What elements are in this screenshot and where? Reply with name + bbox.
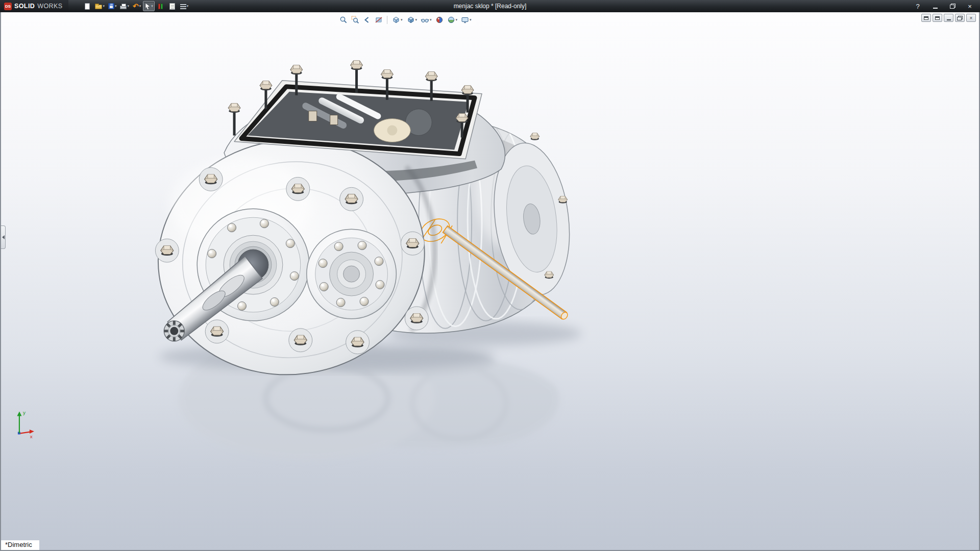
graphics-area[interactable]: ▾ ▾ ▾ ▾ ▾ × (0, 12, 980, 551)
rebuild-button[interactable] (155, 1, 166, 11)
save-icon (108, 3, 114, 9)
section-view-icon (375, 16, 383, 24)
print-icon (120, 6, 127, 9)
hide-show-items-icon (421, 16, 429, 24)
main-toolbar: ▾ ▾ ▾ ↶▾ ▾ ▾ (82, 1, 190, 11)
minimize-document-icon (947, 19, 951, 20)
display-style-dropdown[interactable]: ▾ (415, 18, 418, 22)
print-dropdown[interactable]: ▾ (127, 4, 129, 8)
output-flange[interactable] (307, 229, 397, 319)
view-settings-icon (461, 16, 469, 24)
open-document-button[interactable]: ▾ (93, 1, 106, 11)
close-button[interactable]: × (965, 2, 975, 11)
select-button[interactable]: ▾ (143, 1, 155, 11)
panel-flyout-tab[interactable] (1, 226, 6, 249)
minimize-document-button[interactable] (944, 14, 953, 22)
edit-appearance-icon (435, 16, 444, 24)
save-button[interactable]: ▾ (107, 1, 118, 11)
next-window-button[interactable] (933, 14, 942, 22)
options-dropdown[interactable]: ▾ (187, 4, 189, 8)
select-cursor-icon (144, 3, 151, 10)
document-window-controls: × (921, 14, 976, 22)
solidworks-logo-icon: DS (4, 3, 12, 10)
top-cover-assembly[interactable] (228, 61, 482, 159)
view-orientation-button[interactable]: ▾ (390, 15, 404, 24)
brand-text-solid: SOLID (14, 3, 35, 10)
3d-scene[interactable]: y x (1, 12, 979, 550)
display-style-button[interactable]: ▾ (405, 15, 419, 24)
window-controls: ? × (913, 2, 980, 11)
previous-view-icon (363, 16, 371, 24)
select-dropdown[interactable]: ▾ (151, 4, 153, 8)
heads-up-separator (387, 16, 387, 24)
hide-show-items-dropdown[interactable]: ▾ (430, 18, 432, 22)
minimize-button[interactable] (930, 2, 940, 11)
view-orientation-label: *Dimetric (1, 540, 39, 550)
restore-document-icon (957, 16, 963, 20)
app-brand: DS SOLIDWORKS (0, 0, 68, 12)
undo-button[interactable]: ↶▾ (131, 1, 142, 11)
heads-up-toolbar: ▾ ▾ ▾ ▾ ▾ (335, 14, 476, 26)
zoom-to-fit-icon (339, 16, 348, 24)
display-style-icon (406, 15, 415, 24)
section-view-button[interactable] (374, 15, 384, 24)
zoom-to-area-icon (351, 16, 359, 24)
save-dropdown[interactable]: ▾ (115, 4, 117, 8)
options-icon (180, 4, 186, 9)
view-settings-dropdown[interactable]: ▾ (470, 18, 472, 22)
options-button[interactable]: ▾ (179, 1, 190, 11)
restore-button[interactable] (947, 2, 958, 11)
help-button[interactable]: ? (913, 2, 923, 11)
new-document-icon (85, 3, 90, 10)
print-button[interactable]: ▾ (118, 1, 131, 11)
apply-scene-icon (447, 16, 455, 24)
previous-window-button[interactable] (921, 14, 931, 22)
view-settings-button[interactable]: ▾ (460, 15, 473, 24)
open-folder-icon (95, 5, 102, 9)
brand-text-works: WORKS (37, 3, 62, 10)
collapse-arrow-icon (2, 235, 5, 239)
rebuild-icon (158, 4, 163, 9)
previous-view-button[interactable] (362, 15, 372, 24)
next-window-icon (935, 16, 940, 20)
view-orientation-dropdown[interactable]: ▾ (401, 18, 403, 22)
view-triad: y x (17, 410, 34, 440)
restore-document-button[interactable] (955, 14, 965, 22)
undo-dropdown[interactable]: ▾ (139, 4, 141, 8)
close-document-button[interactable]: × (966, 14, 976, 22)
hide-show-items-button[interactable]: ▾ (420, 15, 433, 24)
spline-end (164, 321, 184, 341)
file-properties-icon (169, 3, 175, 10)
view-orientation-icon (391, 15, 400, 24)
new-document-button[interactable] (82, 1, 93, 11)
open-dropdown[interactable]: ▾ (103, 4, 105, 8)
titlebar: DS SOLIDWORKS ▾ ▾ ▾ ↶▾ ▾ ▾ menjac sklop … (0, 0, 980, 12)
zoom-to-fit-button[interactable] (338, 15, 349, 24)
apply-scene-button[interactable]: ▾ (446, 15, 459, 24)
zoom-to-area-button[interactable] (350, 15, 360, 24)
previous-window-icon (924, 16, 928, 20)
undo-icon: ↶ (133, 3, 139, 10)
edit-appearance-button[interactable] (434, 15, 445, 24)
file-properties-button[interactable] (167, 1, 178, 11)
triad-x-label: x (30, 434, 33, 439)
restore-icon (950, 4, 955, 9)
triad-y-label: y (23, 410, 26, 416)
apply-scene-dropdown[interactable]: ▾ (456, 18, 458, 22)
minimize-icon (933, 8, 938, 9)
